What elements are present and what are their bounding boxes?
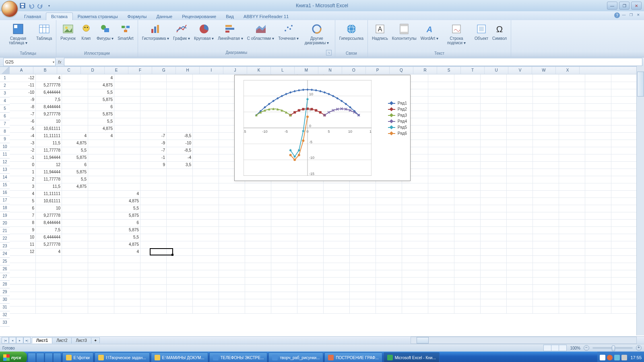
- cell[interactable]: [350, 248, 376, 256]
- line-chart-button[interactable]: График ▾: [171, 22, 192, 41]
- cell[interactable]: [559, 284, 585, 292]
- cell[interactable]: [481, 82, 507, 89]
- cell[interactable]: [454, 277, 481, 285]
- cell[interactable]: [481, 161, 507, 169]
- cell[interactable]: [507, 299, 533, 306]
- cell[interactable]: [507, 89, 533, 97]
- cell[interactable]: 11,5: [36, 183, 62, 191]
- cell[interactable]: 6: [114, 219, 140, 227]
- cell[interactable]: [428, 292, 454, 299]
- cell[interactable]: 4: [10, 190, 36, 198]
- cell[interactable]: [454, 255, 481, 263]
- cell[interactable]: [585, 292, 611, 299]
- cell[interactable]: [481, 277, 507, 285]
- cell[interactable]: [193, 96, 219, 104]
- cell[interactable]: 4: [36, 74, 62, 82]
- cell[interactable]: [324, 248, 350, 256]
- cell[interactable]: [611, 125, 638, 133]
- qat-customize-icon[interactable]: ▾: [46, 2, 52, 9]
- cell[interactable]: [559, 299, 585, 306]
- cell[interactable]: [559, 118, 585, 125]
- cell[interactable]: [219, 183, 245, 191]
- cell[interactable]: [611, 176, 638, 183]
- cell[interactable]: [402, 183, 428, 191]
- cell[interactable]: [585, 197, 611, 205]
- cell[interactable]: [428, 205, 454, 212]
- sheet-tab[interactable]: Лист1: [32, 337, 52, 343]
- cell[interactable]: [533, 82, 559, 89]
- cell[interactable]: [140, 299, 167, 306]
- maximize-button[interactable]: ❐: [619, 2, 630, 10]
- object-button[interactable]: Объект: [473, 22, 490, 41]
- cell[interactable]: [533, 197, 559, 205]
- cell[interactable]: [507, 183, 533, 191]
- cell[interactable]: [350, 306, 376, 314]
- cell[interactable]: [140, 248, 167, 256]
- cell[interactable]: [219, 212, 245, 220]
- cell[interactable]: [585, 284, 611, 292]
- cell[interactable]: [507, 226, 533, 234]
- cell[interactable]: [219, 277, 245, 285]
- cell[interactable]: [193, 125, 219, 133]
- cell[interactable]: [428, 277, 454, 285]
- cell[interactable]: [219, 241, 245, 249]
- cell[interactable]: [376, 183, 402, 191]
- cell[interactable]: [428, 132, 454, 140]
- column-header[interactable]: G: [152, 67, 176, 74]
- cell[interactable]: [167, 96, 193, 104]
- cell[interactable]: [428, 212, 454, 220]
- row-header[interactable]: 6: [0, 113, 10, 120]
- cell[interactable]: [454, 248, 481, 256]
- cell[interactable]: [245, 205, 271, 212]
- cell[interactable]: [140, 292, 167, 299]
- cell[interactable]: [454, 270, 481, 278]
- zoom-out-button[interactable]: −: [584, 345, 589, 351]
- cell[interactable]: [245, 292, 271, 299]
- cell[interactable]: [88, 306, 114, 314]
- cell[interactable]: [611, 154, 638, 162]
- cell[interactable]: [193, 277, 219, 285]
- cell[interactable]: [454, 190, 481, 198]
- cell[interactable]: [559, 111, 585, 118]
- cell[interactable]: [402, 299, 428, 306]
- cell[interactable]: -4: [167, 154, 193, 162]
- cell[interactable]: [454, 263, 481, 270]
- cell[interactable]: 4: [36, 248, 62, 256]
- cell[interactable]: [62, 190, 88, 198]
- cell[interactable]: [140, 183, 167, 191]
- cell[interactable]: [219, 248, 245, 256]
- sheet-tab[interactable]: Лист3: [71, 337, 91, 343]
- cell[interactable]: [454, 241, 481, 249]
- cell[interactable]: [507, 219, 533, 227]
- cell[interactable]: -6: [10, 118, 36, 125]
- cell[interactable]: [193, 234, 219, 241]
- cell[interactable]: [611, 197, 638, 205]
- column-header[interactable]: M: [295, 67, 318, 74]
- ribbon-tab-разметка страницы[interactable]: Разметка страницы: [73, 13, 123, 20]
- cell[interactable]: [350, 292, 376, 299]
- cell[interactable]: [507, 103, 533, 111]
- cell[interactable]: [454, 140, 481, 147]
- cell[interactable]: [297, 255, 324, 263]
- cell[interactable]: [507, 118, 533, 125]
- taskbar-item[interactable]: Microsoft Excel - Кни...: [384, 352, 440, 362]
- cell[interactable]: [193, 103, 219, 111]
- cell[interactable]: 12: [10, 248, 36, 256]
- cell[interactable]: [324, 205, 350, 212]
- cell[interactable]: 5,875: [88, 111, 114, 118]
- cell[interactable]: [88, 183, 114, 191]
- cell[interactable]: 8,444444: [36, 103, 62, 111]
- cell[interactable]: [402, 270, 428, 278]
- cell[interactable]: [324, 183, 350, 191]
- cell[interactable]: [114, 96, 140, 104]
- cell[interactable]: [559, 161, 585, 169]
- cell[interactable]: [481, 234, 507, 241]
- cell[interactable]: [62, 248, 88, 256]
- cell[interactable]: [114, 263, 140, 270]
- cell[interactable]: [62, 299, 88, 306]
- ribbon-tab-рецензирование[interactable]: Рецензирование: [177, 13, 221, 20]
- cell[interactable]: [62, 96, 88, 104]
- cell[interactable]: [559, 103, 585, 111]
- cell[interactable]: [167, 277, 193, 285]
- cell[interactable]: [481, 292, 507, 299]
